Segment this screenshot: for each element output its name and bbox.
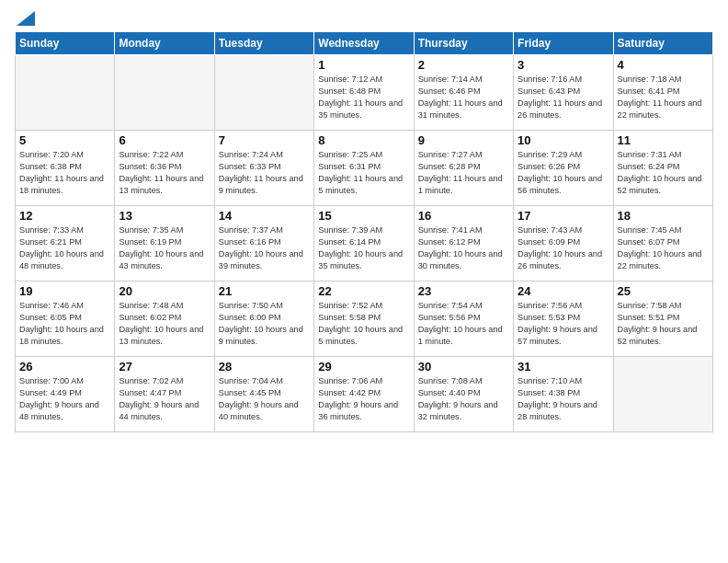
day-number: 25: [618, 284, 709, 298]
logo: [15, 9, 35, 26]
calendar-cell: 30Sunrise: 7:08 AMSunset: 4:40 PMDayligh…: [414, 357, 513, 432]
day-number: 11: [618, 133, 709, 147]
day-number: 9: [418, 133, 509, 147]
day-number: 24: [518, 284, 609, 298]
day-info: Sunrise: 7:25 AMSunset: 6:31 PMDaylight:…: [318, 149, 409, 197]
calendar-cell: 21Sunrise: 7:50 AMSunset: 6:00 PMDayligh…: [214, 282, 313, 357]
calendar-cell: [115, 55, 214, 131]
calendar-cell: 13Sunrise: 7:35 AMSunset: 6:19 PMDayligh…: [115, 206, 214, 282]
day-info: Sunrise: 7:12 AMSunset: 6:48 PMDaylight:…: [318, 74, 409, 121]
day-info: Sunrise: 7:27 AMSunset: 6:28 PMDaylight:…: [418, 149, 509, 197]
day-number: 1: [318, 58, 409, 72]
weekday-header-wednesday: Wednesday: [314, 32, 414, 55]
calendar-cell: 4Sunrise: 7:18 AMSunset: 6:41 PMDaylight…: [613, 55, 712, 131]
day-info: Sunrise: 7:41 AMSunset: 6:12 PMDaylight:…: [418, 224, 509, 272]
day-info: Sunrise: 7:16 AMSunset: 6:43 PMDaylight:…: [518, 74, 609, 121]
calendar-cell: 3Sunrise: 7:16 AMSunset: 6:43 PMDaylight…: [514, 55, 613, 131]
day-number: 29: [318, 360, 409, 373]
day-number: 26: [19, 360, 110, 373]
day-info: Sunrise: 7:48 AMSunset: 6:02 PMDaylight:…: [119, 300, 210, 348]
day-number: 7: [219, 133, 310, 147]
day-info: Sunrise: 7:06 AMSunset: 4:42 PMDaylight:…: [318, 375, 409, 423]
day-number: 19: [19, 284, 110, 298]
day-number: 10: [518, 133, 609, 147]
week-row-2: 5Sunrise: 7:20 AMSunset: 6:38 PMDaylight…: [16, 131, 713, 206]
day-info: Sunrise: 7:14 AMSunset: 6:46 PMDaylight:…: [418, 74, 509, 121]
calendar-cell: 10Sunrise: 7:29 AMSunset: 6:26 PMDayligh…: [514, 131, 613, 206]
day-number: 27: [119, 360, 210, 373]
day-info: Sunrise: 7:10 AMSunset: 4:38 PMDaylight:…: [518, 375, 609, 423]
day-info: Sunrise: 7:18 AMSunset: 6:41 PMDaylight:…: [618, 74, 709, 121]
day-info: Sunrise: 7:58 AMSunset: 5:51 PMDaylight:…: [618, 300, 709, 348]
calendar-cell: [16, 55, 115, 131]
day-info: Sunrise: 7:31 AMSunset: 6:24 PMDaylight:…: [618, 149, 709, 197]
day-number: 2: [418, 58, 509, 72]
calendar-cell: 26Sunrise: 7:00 AMSunset: 4:49 PMDayligh…: [16, 357, 115, 432]
day-info: Sunrise: 7:56 AMSunset: 5:53 PMDaylight:…: [518, 300, 609, 348]
calendar-cell: 31Sunrise: 7:10 AMSunset: 4:38 PMDayligh…: [514, 357, 613, 432]
weekday-header-thursday: Thursday: [414, 32, 513, 55]
calendar-cell: 18Sunrise: 7:45 AMSunset: 6:07 PMDayligh…: [613, 206, 712, 282]
day-info: Sunrise: 7:24 AMSunset: 6:33 PMDaylight:…: [219, 149, 310, 197]
day-number: 16: [418, 209, 509, 223]
calendar-cell: 9Sunrise: 7:27 AMSunset: 6:28 PMDaylight…: [414, 131, 513, 206]
day-number: 3: [518, 58, 609, 72]
calendar-cell: 15Sunrise: 7:39 AMSunset: 6:14 PMDayligh…: [314, 206, 414, 282]
day-number: 17: [518, 209, 609, 223]
svg-marker-0: [17, 11, 35, 26]
calendar-cell: 1Sunrise: 7:12 AMSunset: 6:48 PMDaylight…: [314, 55, 414, 131]
day-info: Sunrise: 7:04 AMSunset: 4:45 PMDaylight:…: [219, 375, 310, 423]
weekday-header-monday: Monday: [115, 32, 214, 55]
calendar-cell: 25Sunrise: 7:58 AMSunset: 5:51 PMDayligh…: [613, 282, 712, 357]
day-number: 23: [418, 284, 509, 298]
calendar-table: SundayMondayTuesdayWednesdayThursdayFrid…: [15, 31, 713, 432]
calendar-cell: 14Sunrise: 7:37 AMSunset: 6:16 PMDayligh…: [214, 206, 313, 282]
calendar-cell: 19Sunrise: 7:46 AMSunset: 6:05 PMDayligh…: [16, 282, 115, 357]
weekday-header-tuesday: Tuesday: [214, 32, 313, 55]
page: SundayMondayTuesdayWednesdayThursdayFrid…: [0, 0, 728, 563]
day-info: Sunrise: 7:35 AMSunset: 6:19 PMDaylight:…: [119, 224, 210, 272]
day-number: 20: [119, 284, 210, 298]
day-number: 28: [219, 360, 310, 373]
day-number: 30: [418, 360, 509, 373]
week-row-5: 26Sunrise: 7:00 AMSunset: 4:49 PMDayligh…: [16, 357, 713, 432]
day-info: Sunrise: 7:00 AMSunset: 4:49 PMDaylight:…: [19, 375, 110, 423]
calendar-cell: [214, 55, 313, 131]
day-number: 14: [219, 209, 310, 223]
calendar-cell: 22Sunrise: 7:52 AMSunset: 5:58 PMDayligh…: [314, 282, 414, 357]
day-info: Sunrise: 7:52 AMSunset: 5:58 PMDaylight:…: [318, 300, 409, 348]
weekday-header-row: SundayMondayTuesdayWednesdayThursdayFrid…: [16, 32, 713, 55]
calendar-cell: [613, 357, 712, 432]
day-info: Sunrise: 7:29 AMSunset: 6:26 PMDaylight:…: [518, 149, 609, 197]
calendar-cell: 6Sunrise: 7:22 AMSunset: 6:36 PMDaylight…: [115, 131, 214, 206]
day-number: 22: [318, 284, 409, 298]
weekday-header-friday: Friday: [514, 32, 613, 55]
calendar-cell: 17Sunrise: 7:43 AMSunset: 6:09 PMDayligh…: [514, 206, 613, 282]
calendar-cell: 16Sunrise: 7:41 AMSunset: 6:12 PMDayligh…: [414, 206, 513, 282]
day-info: Sunrise: 7:54 AMSunset: 5:56 PMDaylight:…: [418, 300, 509, 348]
day-number: 21: [219, 284, 310, 298]
day-number: 8: [318, 133, 409, 147]
calendar-cell: 27Sunrise: 7:02 AMSunset: 4:47 PMDayligh…: [115, 357, 214, 432]
week-row-1: 1Sunrise: 7:12 AMSunset: 6:48 PMDaylight…: [16, 55, 713, 131]
day-number: 15: [318, 209, 409, 223]
calendar-cell: 8Sunrise: 7:25 AMSunset: 6:31 PMDaylight…: [314, 131, 414, 206]
week-row-3: 12Sunrise: 7:33 AMSunset: 6:21 PMDayligh…: [16, 206, 713, 282]
logo-icon: [17, 11, 35, 26]
day-number: 18: [618, 209, 709, 223]
day-info: Sunrise: 7:37 AMSunset: 6:16 PMDaylight:…: [219, 224, 310, 272]
calendar-cell: 7Sunrise: 7:24 AMSunset: 6:33 PMDaylight…: [214, 131, 313, 206]
day-info: Sunrise: 7:20 AMSunset: 6:38 PMDaylight:…: [19, 149, 110, 197]
day-info: Sunrise: 7:02 AMSunset: 4:47 PMDaylight:…: [119, 375, 210, 423]
calendar-cell: 29Sunrise: 7:06 AMSunset: 4:42 PMDayligh…: [314, 357, 414, 432]
calendar-cell: 20Sunrise: 7:48 AMSunset: 6:02 PMDayligh…: [115, 282, 214, 357]
week-row-4: 19Sunrise: 7:46 AMSunset: 6:05 PMDayligh…: [16, 282, 713, 357]
day-number: 31: [518, 360, 609, 373]
calendar-cell: 28Sunrise: 7:04 AMSunset: 4:45 PMDayligh…: [214, 357, 313, 432]
calendar-cell: 24Sunrise: 7:56 AMSunset: 5:53 PMDayligh…: [514, 282, 613, 357]
day-number: 12: [19, 209, 110, 223]
day-info: Sunrise: 7:08 AMSunset: 4:40 PMDaylight:…: [418, 375, 509, 423]
calendar-cell: 11Sunrise: 7:31 AMSunset: 6:24 PMDayligh…: [613, 131, 712, 206]
day-info: Sunrise: 7:33 AMSunset: 6:21 PMDaylight:…: [19, 224, 110, 272]
calendar-cell: 5Sunrise: 7:20 AMSunset: 6:38 PMDaylight…: [16, 131, 115, 206]
